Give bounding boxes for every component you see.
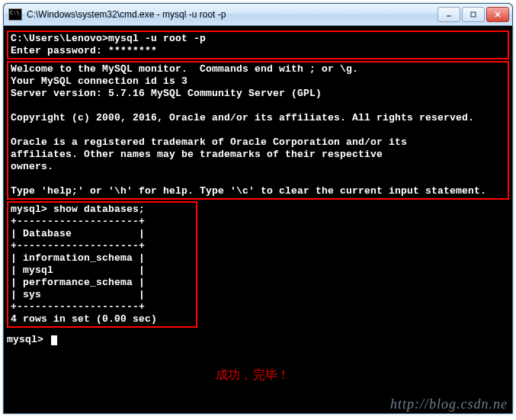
terminal-output[interactable]: C:\Users\Lenovo>mysql -u root -p Enter p…: [4, 26, 512, 413]
watermark-text: http://blog.csdn.ne: [390, 398, 508, 410]
window-title: C:\Windows\system32\cmd.exe - mysql -u r…: [27, 9, 437, 20]
titlebar[interactable]: C:\Windows\system32\cmd.exe - mysql -u r…: [4, 4, 512, 26]
app-icon: [8, 8, 22, 21]
trademark-line: Oracle is a registered trademark of Orac…: [11, 136, 505, 149]
table-header: | Database |: [11, 228, 194, 240]
table-border: +--------------------+: [11, 216, 194, 228]
table-row: | information_schema |: [11, 252, 194, 265]
welcome-line: Welcome to the MySQL monitor. Commands e…: [11, 63, 505, 75]
cmd-window: C:\Windows\system32\cmd.exe - mysql -u r…: [3, 3, 513, 414]
table-row: | sys |: [11, 289, 194, 301]
svg-rect-1: [471, 12, 476, 17]
highlight-box-welcome: Welcome to the MySQL monitor. Commands e…: [7, 61, 509, 200]
maximize-button[interactable]: [462, 7, 485, 22]
password-prompt: Enter password: ********: [11, 45, 505, 57]
annotation-success: 成功，完毕！: [216, 369, 290, 381]
table-row: | mysql |: [11, 265, 194, 277]
welcome-line: Your MySQL connection id is 3: [11, 75, 505, 88]
query-command: mysql> show databases;: [11, 204, 194, 216]
table-border: +--------------------+: [11, 301, 194, 313]
prompt-line: mysql>: [7, 334, 509, 346]
window-buttons: [437, 7, 509, 22]
table-row: | performance_schema |: [11, 277, 194, 289]
minimize-button[interactable]: [437, 7, 460, 22]
rows-summary: 4 rows in set (0.00 sec): [11, 313, 194, 325]
trademark-line: affiliates. Other names may be trademark…: [11, 149, 505, 161]
trademark-line: owners.: [11, 161, 505, 173]
table-border: +--------------------+: [11, 240, 194, 252]
highlight-box-query: mysql> show databases; +----------------…: [7, 201, 197, 328]
mysql-prompt: mysql>: [7, 334, 50, 345]
login-command: C:\Users\Lenovo>mysql -u root -p: [11, 33, 505, 45]
blank-line: [11, 100, 505, 112]
blank-line: [11, 173, 505, 185]
welcome-line: Server version: 5.7.16 MySQL Community S…: [11, 88, 505, 100]
blank-line: [11, 124, 505, 136]
close-button[interactable]: [486, 7, 509, 22]
help-line: Type 'help;' or '\h' for help. Type '\c'…: [11, 185, 505, 197]
cursor-icon: [51, 335, 57, 345]
highlight-box-login: C:\Users\Lenovo>mysql -u root -p Enter p…: [7, 30, 509, 59]
copyright-line: Copyright (c) 2000, 2016, Oracle and/or …: [11, 112, 505, 124]
